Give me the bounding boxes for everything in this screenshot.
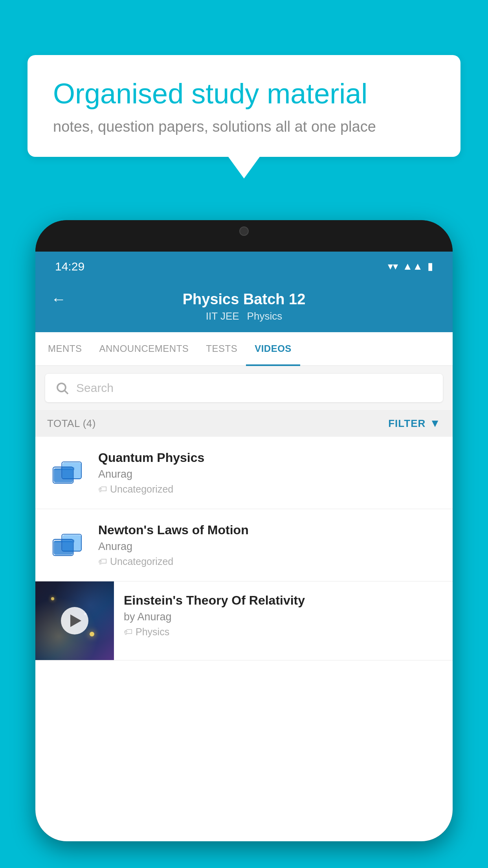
tag-icon: 🏷 — [98, 557, 107, 567]
phone-top-bar — [35, 220, 453, 252]
subtitle-iitjee: IIT JEE — [206, 310, 239, 322]
folder-icon — [52, 531, 82, 559]
status-icons: ▾▾ ▲▲ ▮ — [388, 260, 433, 272]
filter-bar: TOTAL (4) FILTER ▼ — [35, 410, 453, 437]
svg-line-1 — [65, 391, 68, 394]
signal-icon: ▲▲ — [403, 260, 423, 272]
camera-icon — [239, 226, 249, 236]
video-author: by Anurag — [124, 611, 443, 623]
status-time: 14:29 — [55, 260, 84, 273]
video-title: Quantum Physics — [98, 451, 441, 465]
tag-icon: 🏷 — [98, 484, 107, 495]
phone-device: 14:29 ▾▾ ▲▲ ▮ ← Physics Batch 12 IIT JE — [35, 220, 453, 841]
status-bar: 14:29 ▾▾ ▲▲ ▮ — [35, 252, 453, 281]
back-button[interactable]: ← — [51, 291, 66, 308]
search-placeholder: Search — [76, 381, 114, 395]
video-info: Einstein's Theory Of Relativity by Anura… — [114, 581, 453, 649]
search-icon — [55, 381, 69, 395]
wifi-icon: ▾▾ — [388, 260, 398, 272]
svg-point-0 — [57, 383, 66, 392]
video-title: Einstein's Theory Of Relativity — [124, 593, 443, 608]
video-author: Anurag — [98, 541, 441, 553]
list-item[interactable]: Einstein's Theory Of Relativity by Anura… — [35, 581, 453, 660]
search-box[interactable]: Search — [45, 374, 443, 402]
tab-tests[interactable]: TESTS — [197, 332, 246, 365]
video-info: Quantum Physics Anurag 🏷 Uncategorized — [98, 451, 441, 495]
video-tag: 🏷 Uncategorized — [98, 484, 441, 495]
video-title: Newton's Laws of Motion — [98, 523, 441, 537]
svg-rect-5 — [53, 468, 73, 482]
list-item[interactable]: Newton's Laws of Motion Anurag 🏷 Uncateg… — [35, 509, 453, 581]
video-info: Newton's Laws of Motion Anurag 🏷 Uncateg… — [98, 523, 441, 567]
phone-wrapper: 14:29 ▾▾ ▲▲ ▮ ← Physics Batch 12 IIT JE — [35, 220, 453, 868]
video-author: Anurag — [98, 468, 441, 480]
folder-icon-container — [47, 459, 86, 487]
tab-videos[interactable]: VIDEOS — [246, 332, 300, 365]
total-count: TOTAL (4) — [47, 417, 96, 430]
header-title: Physics Batch 12 — [74, 291, 414, 308]
folder-icon — [52, 459, 82, 487]
video-tag: 🏷 Uncategorized — [98, 556, 441, 567]
tag-icon: 🏷 — [124, 627, 132, 637]
search-container: Search — [35, 366, 453, 410]
bubble-arrow — [228, 157, 260, 178]
header-top: ← Physics Batch 12 — [51, 291, 437, 308]
speech-bubble-heading: Organised study material — [53, 77, 435, 110]
speech-bubble-subtext: notes, question papers, solutions all at… — [53, 118, 435, 135]
play-button[interactable] — [61, 607, 88, 634]
speech-bubble: Organised study material notes, question… — [28, 55, 460, 157]
battery-icon: ▮ — [427, 260, 433, 272]
tabs-bar: MENTS ANNOUNCEMENTS TESTS VIDEOS — [35, 332, 453, 366]
filter-button[interactable]: FILTER ▼ — [388, 417, 441, 430]
video-list: Quantum Physics Anurag 🏷 Uncategorized — [35, 437, 453, 660]
tab-ments[interactable]: MENTS — [39, 332, 91, 365]
speech-bubble-container: Organised study material notes, question… — [28, 55, 460, 178]
folder-icon-container — [47, 531, 86, 559]
svg-rect-11 — [53, 541, 73, 555]
phone-screen: ← Physics Batch 12 IIT JEE Physics MENTS — [35, 281, 453, 841]
filter-icon: ▼ — [429, 417, 441, 430]
phone-notch — [213, 220, 275, 242]
play-icon — [70, 614, 81, 627]
video-tag: 🏷 Physics — [124, 626, 443, 638]
batch-title: Physics Batch 12 — [74, 291, 414, 308]
list-item[interactable]: Quantum Physics Anurag 🏷 Uncategorized — [35, 437, 453, 509]
tab-announcements[interactable]: ANNOUNCEMENTS — [91, 332, 198, 365]
header-subtitle: IIT JEE Physics — [51, 310, 437, 322]
app-header: ← Physics Batch 12 IIT JEE Physics — [35, 281, 453, 332]
video-thumbnail — [35, 581, 114, 660]
subtitle-physics: Physics — [247, 310, 283, 322]
